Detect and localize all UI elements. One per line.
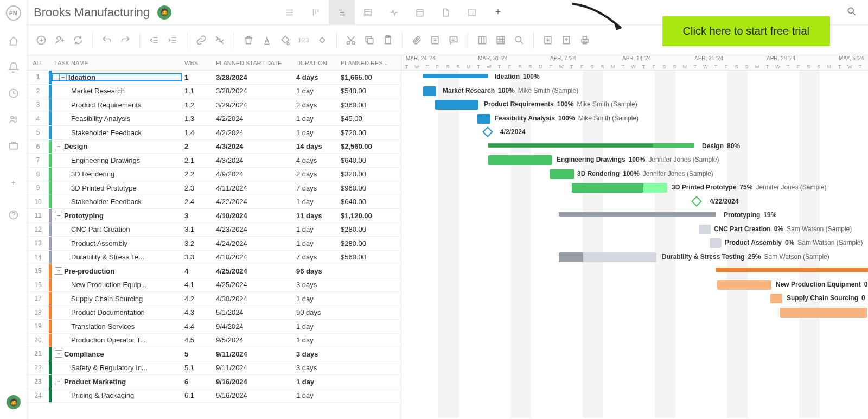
gantt-bar[interactable] <box>710 238 722 248</box>
wbs-cell[interactable]: 2.2 <box>182 170 214 178</box>
bell-icon[interactable] <box>8 62 19 73</box>
duration-cell[interactable]: 1 day <box>294 239 339 247</box>
task-name-cell[interactable]: Product Assembly <box>52 239 182 247</box>
wbs-cell[interactable]: 2.4 <box>182 198 214 206</box>
gantt-summary-bar[interactable] <box>423 74 488 78</box>
wbs-cell[interactable]: 6 <box>182 378 214 386</box>
task-row[interactable]: 2Market Research1.13/28/20241 day$540.00 <box>27 85 401 99</box>
gantt-summary-bar[interactable] <box>716 268 868 272</box>
task-name-cell[interactable]: New Production Equip... <box>52 281 182 289</box>
wbs-cell[interactable]: 1 <box>182 73 214 81</box>
start-cell[interactable]: 4/2/2024 <box>214 129 294 137</box>
duration-cell[interactable]: 14 days <box>294 142 339 150</box>
duration-cell[interactable]: 4 days <box>294 156 339 164</box>
copy-icon[interactable] <box>362 33 377 48</box>
gantt-bar[interactable] <box>717 280 771 290</box>
gantt-bar-progress[interactable] <box>572 183 643 193</box>
task-row[interactable]: 12CNC Part Creation3.14/23/20241 day$280… <box>27 223 401 237</box>
comment-icon[interactable] <box>446 33 461 48</box>
task-name-cell[interactable]: −Ideation <box>52 73 182 81</box>
gantt-view-icon[interactable] <box>329 0 355 25</box>
gantt-summary-bar[interactable] <box>559 212 716 217</box>
wbs-cell[interactable]: 2.1 <box>182 156 214 164</box>
resource-cell[interactable]: $45.00 <box>339 115 394 123</box>
task-name-cell[interactable]: Durability & Stress Te... <box>52 253 182 261</box>
sync-icon[interactable] <box>71 33 86 48</box>
resource-cell[interactable]: $560.00 <box>339 253 394 261</box>
start-cell[interactable]: 4/3/2024 <box>214 156 294 164</box>
task-row[interactable]: 23−Product Marketing69/16/20241 day <box>27 375 401 389</box>
start-cell[interactable]: 4/10/2024 <box>214 212 294 220</box>
add-view-button[interactable]: + <box>485 0 511 25</box>
task-row[interactable]: 93D Printed Prototype2.34/11/20247 days$… <box>27 181 401 195</box>
note-icon[interactable] <box>427 33 443 48</box>
percent-icon[interactable]: 123 <box>296 33 311 48</box>
duration-cell[interactable]: 1 day <box>294 378 339 386</box>
resource-cell[interactable]: $2,560.00 <box>339 142 394 150</box>
task-row[interactable]: 22Safety & Regulatory In...5.19/11/20243… <box>27 361 401 376</box>
task-row[interactable]: 16New Production Equip...4.14/25/20243 d… <box>27 278 401 293</box>
text-color-icon[interactable] <box>259 33 275 48</box>
start-cell[interactable]: 5/1/2024 <box>214 308 294 316</box>
task-name-cell[interactable]: Translation Services <box>52 322 182 331</box>
resource-cell[interactable]: $280.00 <box>339 225 394 233</box>
wbs-cell[interactable]: 4.1 <box>182 281 214 289</box>
task-row[interactable]: 19Translation Services4.49/4/20241 day <box>27 320 401 334</box>
milestone-icon[interactable] <box>482 126 493 137</box>
duration-cell[interactable]: 7 days <box>294 253 339 261</box>
duration-cell[interactable]: 2 days <box>294 101 339 109</box>
activity-view-icon[interactable] <box>381 0 407 25</box>
start-cell[interactable]: 9/11/2024 <box>214 364 294 372</box>
task-name-cell[interactable]: Product Requirements <box>52 101 182 109</box>
task-name-cell[interactable]: Production Operator T... <box>52 336 182 344</box>
duration-cell[interactable]: 4 days <box>294 73 339 81</box>
resource-cell[interactable]: $960.00 <box>339 184 394 192</box>
task-row[interactable]: 17Supply Chain Sourcing4.24/30/20241 day <box>27 292 401 306</box>
task-name-cell[interactable]: 3D Printed Prototype <box>52 184 182 192</box>
attach-icon[interactable] <box>409 33 424 48</box>
app-logo[interactable]: PM <box>6 5 21 21</box>
task-name-cell[interactable]: Pricing & Packaging <box>52 391 182 399</box>
duration-cell[interactable]: 1 day <box>294 295 339 303</box>
wbs-cell[interactable]: 3.2 <box>182 239 214 247</box>
assign-icon[interactable] <box>52 33 67 48</box>
wbs-cell[interactable]: 1.4 <box>182 129 214 137</box>
task-name-cell[interactable]: Market Research <box>52 87 182 95</box>
collapse-icon[interactable]: − <box>55 212 62 219</box>
add-task-icon[interactable] <box>34 33 49 48</box>
resource-cell[interactable]: $1,120.00 <box>339 212 394 220</box>
duration-cell[interactable]: 1 day <box>294 225 339 233</box>
col-dur[interactable]: DURATION <box>294 60 339 66</box>
resource-cell[interactable]: $360.00 <box>339 101 394 109</box>
duration-cell[interactable]: 7 days <box>294 184 339 192</box>
start-cell[interactable]: 3/29/2024 <box>214 101 294 109</box>
paste-icon[interactable] <box>380 33 395 48</box>
duration-cell[interactable]: 1 day <box>294 129 339 137</box>
task-row[interactable]: 5Stakeholder Feedback1.44/2/20241 day$72… <box>27 126 401 140</box>
duration-cell[interactable]: 1 day <box>294 322 339 331</box>
task-name-cell[interactable]: −Pre-production <box>52 267 182 275</box>
resource-cell[interactable]: $720.00 <box>339 129 394 137</box>
col-all[interactable]: ALL <box>27 60 49 66</box>
start-cell[interactable]: 4/30/2024 <box>214 295 294 303</box>
duration-cell[interactable]: 11 days <box>294 212 339 220</box>
col-task[interactable]: TASK NAME <box>49 60 182 66</box>
task-row[interactable]: 13Product Assembly3.24/24/20241 day$280.… <box>27 237 401 251</box>
start-cell[interactable]: 9/16/2024 <box>214 391 294 399</box>
start-cell[interactable]: 3/28/2024 <box>214 73 294 81</box>
clock-icon[interactable] <box>8 88 19 99</box>
start-cell[interactable]: 9/16/2024 <box>214 378 294 386</box>
task-row[interactable]: 6−Design24/3/202414 days$2,560.00 <box>27 140 401 154</box>
wbs-cell[interactable]: 4.5 <box>182 336 214 344</box>
task-name-cell[interactable]: Product Documentation <box>52 308 182 316</box>
col-res[interactable]: PLANNED RES... <box>339 60 394 66</box>
wbs-cell[interactable]: 5 <box>182 350 214 358</box>
wbs-cell[interactable]: 4.4 <box>182 322 214 331</box>
milestone-icon[interactable] <box>315 33 330 48</box>
start-cell[interactable]: 4/9/2024 <box>214 170 294 178</box>
task-row[interactable]: 18Product Documentation4.35/1/202490 day… <box>27 306 401 320</box>
task-row[interactable]: 21−Compliance59/11/20243 days <box>27 347 401 361</box>
wbs-cell[interactable]: 4.2 <box>182 295 214 303</box>
task-name-cell[interactable]: −Prototyping <box>52 212 182 220</box>
gantt-bar[interactable] <box>699 225 711 234</box>
